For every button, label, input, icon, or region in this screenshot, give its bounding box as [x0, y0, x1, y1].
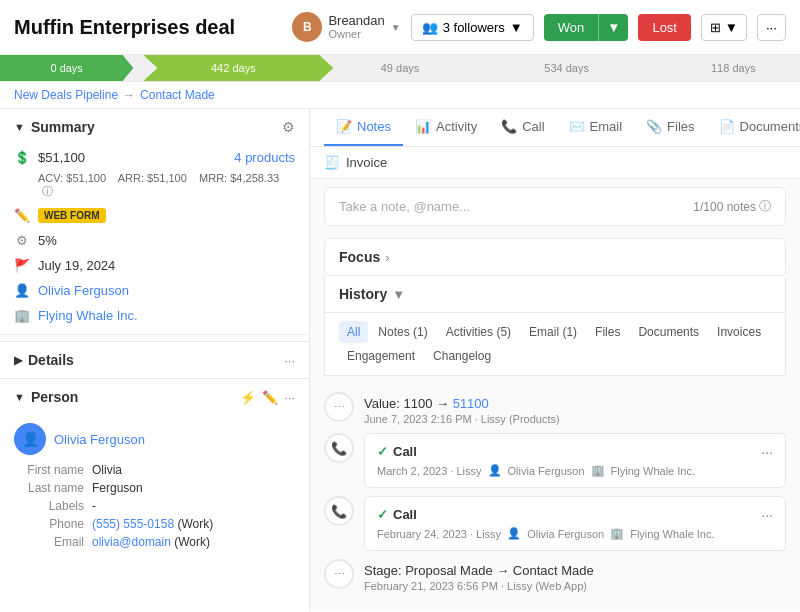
call-card-2-header: ✓ Call ··· — [377, 507, 773, 523]
focus-row[interactable]: Focus › — [324, 238, 786, 276]
changelog-2-meta: February 21, 2023 6:56 PM · Lissy (Web A… — [364, 580, 786, 592]
person-section-title: ▼ Person — [14, 389, 78, 405]
breadcrumb-pipeline[interactable]: New Deals Pipeline — [14, 88, 118, 102]
summary-section-header[interactable]: ▼ Summary ⚙ — [0, 109, 309, 145]
filter-activities[interactable]: Activities (5) — [438, 321, 519, 343]
more-options-button[interactable]: ··· — [757, 14, 786, 41]
person-icon: 👤 — [14, 283, 30, 298]
timeline-item-changelog-2: ⋯ Stage: Proposal Made → Contact Made Fe… — [324, 559, 786, 592]
date-value: July 19, 2024 — [38, 258, 115, 273]
chevron-right-icon-focus: › — [385, 250, 389, 265]
phone-value: (555) 555-0158 (Work) — [92, 517, 295, 531]
details-title-text: Details — [28, 352, 74, 368]
person-more-icon[interactable]: ··· — [284, 390, 295, 405]
labels-value: - — [92, 499, 295, 513]
acv-value: ACV: $51,100 — [38, 172, 106, 184]
changelog-2-value: Stage: Proposal Made → Contact Made — [364, 563, 786, 578]
call-card-1-header: ✓ Call ··· — [377, 444, 773, 460]
user-chevron[interactable]: ▼ — [391, 22, 401, 33]
chevron-right-icon: ▶ — [14, 354, 22, 367]
right-panel: 📝 Notes 📊 Activity 📞 Call ✉️ Email 📎 Fil… — [310, 109, 800, 611]
summary-amount: $51,100 — [38, 150, 85, 165]
filter-email[interactable]: Email (1) — [521, 321, 585, 343]
page-title: Muffin Enterprises deal — [14, 16, 282, 39]
call-icon: 📞 — [501, 119, 517, 134]
filter-notes[interactable]: Notes (1) — [370, 321, 435, 343]
user-badge: B Breandan Owner ▼ — [292, 12, 400, 42]
call-more-2[interactable]: ··· — [761, 507, 773, 523]
person-title-text: Person — [31, 389, 78, 405]
filter-invoices[interactable]: Invoices — [709, 321, 769, 343]
person-avatar: 👤 — [14, 423, 46, 455]
source-row: ✏️ WEB FORM — [0, 203, 309, 228]
note-count: 1/100 notes ⓘ — [693, 198, 771, 215]
phone-link[interactable]: (555) 555-0158 — [92, 517, 174, 531]
call-org-icon-2: 🏢 — [610, 527, 624, 540]
files-icon: 📎 — [646, 119, 662, 134]
call-date-1: March 2, 2023 · Lissy — [377, 465, 482, 477]
changelog-1-new-value: 51100 — [453, 396, 489, 411]
breadcrumb-stage[interactable]: Contact Made — [140, 88, 215, 102]
person-row: 👤 Olivia Ferguson — [0, 278, 309, 303]
invoice-row[interactable]: 🧾 Invoice — [310, 147, 800, 179]
history-row[interactable]: History ▼ — [324, 276, 786, 313]
person-name-link[interactable]: Olivia Ferguson — [54, 432, 145, 447]
call-meta-2: February 24, 2023 · Lissy 👤 Olivia Fergu… — [377, 527, 773, 540]
call-person-icon-1: 👤 — [488, 464, 502, 477]
call-person-1: Olivia Ferguson — [508, 465, 585, 477]
note-placeholder: Take a note, @name... — [339, 199, 470, 214]
source-icon: ✏️ — [14, 208, 30, 223]
won-chevron-button[interactable]: ▼ — [598, 14, 628, 41]
note-area[interactable]: Take a note, @name... 1/100 notes ⓘ — [324, 187, 786, 226]
products-link[interactable]: 4 products — [234, 150, 295, 165]
check-icon-2: ✓ — [377, 507, 388, 522]
person-section-header: ▼ Person ⚡ ✏️ ··· — [0, 379, 309, 415]
filter-engagement[interactable]: Engagement — [339, 345, 423, 367]
call-more-1[interactable]: ··· — [761, 444, 773, 460]
tab-notes[interactable]: 📝 Notes — [324, 109, 403, 146]
tabs-row: 📝 Notes 📊 Activity 📞 Call ✉️ Email 📎 Fil… — [310, 109, 800, 147]
org-link[interactable]: Flying Whale Inc. — [38, 308, 138, 323]
tab-call[interactable]: 📞 Call — [489, 109, 556, 146]
call-title-2: ✓ Call — [377, 507, 417, 522]
filter-documents[interactable]: Documents — [630, 321, 707, 343]
percentage-icon: ⚙ — [14, 233, 30, 248]
tab-activity[interactable]: 📊 Activity — [403, 109, 489, 146]
details-header[interactable]: ▶ Details ··· — [0, 342, 309, 378]
email-link[interactable]: olivia@domain — [92, 535, 171, 549]
call-title-1: ✓ Call — [377, 444, 417, 459]
filter-files[interactable]: Files — [587, 321, 628, 343]
filter-all[interactable]: All — [339, 321, 368, 343]
filter-changelog[interactable]: Changelog — [425, 345, 499, 367]
summary-financial: ACV: $51,100 ARR: $51,100 MRR: $4,258.33… — [0, 170, 309, 203]
lost-button[interactable]: Lost — [638, 14, 691, 41]
timeline-dot-1: ⋯ — [324, 392, 354, 422]
phone-type: (Work) — [177, 517, 213, 531]
gear-icon[interactable]: ⚙ — [282, 119, 295, 135]
notes-icon: 📝 — [336, 119, 352, 134]
call-org-2: Flying Whale Inc. — [630, 528, 714, 540]
info-icon[interactable]: ⓘ — [42, 185, 53, 197]
call-person-2: Olivia Ferguson — [527, 528, 604, 540]
won-button[interactable]: Won — [544, 14, 599, 41]
person-link[interactable]: Olivia Ferguson — [38, 283, 129, 298]
email-value: olivia@domain (Work) — [92, 535, 295, 549]
timeline-plain-2: Stage: Proposal Made → Contact Made Febr… — [364, 559, 786, 592]
last-name-value: Ferguson — [92, 481, 295, 495]
tab-documents[interactable]: 📄 Documents — [707, 109, 800, 146]
filter-icon[interactable]: ⚡ — [240, 390, 256, 405]
followers-count: 3 followers — [443, 20, 505, 35]
edit-icon[interactable]: ✏️ — [262, 390, 278, 405]
grid-view-button[interactable]: ⊞ ▼ — [701, 14, 747, 41]
org-row: 🏢 Flying Whale Inc. — [0, 303, 309, 328]
email-icon: ✉️ — [569, 119, 585, 134]
details-more-icon[interactable]: ··· — [284, 353, 295, 368]
call-date-2: February 24, 2023 · Lissy — [377, 528, 501, 540]
date-row: 🚩 July 19, 2024 — [0, 253, 309, 278]
source-badge: WEB FORM — [38, 208, 106, 223]
invoice-label: Invoice — [346, 155, 387, 170]
tab-email[interactable]: ✉️ Email — [557, 109, 635, 146]
tab-files[interactable]: 📎 Files — [634, 109, 706, 146]
activity-icon: 📊 — [415, 119, 431, 134]
followers-button[interactable]: 👥 3 followers ▼ — [411, 14, 534, 41]
